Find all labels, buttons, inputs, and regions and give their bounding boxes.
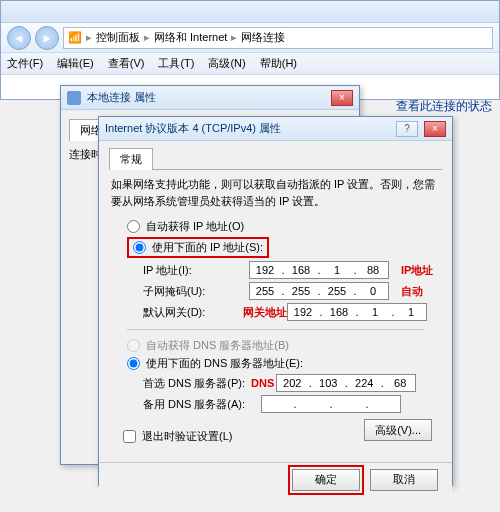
label-dns2: 备用 DNS 服务器(A):: [143, 397, 255, 412]
separator: [127, 329, 424, 330]
dialog1-title: 本地连接 属性: [87, 90, 325, 105]
tab-general[interactable]: 常规: [109, 148, 153, 170]
menu-tools[interactable]: 工具(T): [158, 56, 194, 71]
radio-manual-ip[interactable]: 使用下面的 IP 地址(S):: [127, 237, 442, 258]
status-link[interactable]: 查看此连接的状态: [396, 98, 492, 115]
radio-manual-ip-input[interactable]: [133, 241, 146, 254]
label-ip: IP 地址(I):: [143, 263, 243, 278]
dialog2-title: Internet 协议版本 4 (TCP/IPv4) 属性: [105, 121, 390, 136]
button-bar: 确定 取消: [99, 462, 452, 496]
annotation-dns: DNS: [251, 377, 274, 389]
nav-forward-button[interactable]: ►: [35, 26, 59, 50]
explorer-titlebar: [1, 1, 499, 23]
dialog1-titlebar[interactable]: 本地连接 属性 ×: [61, 86, 359, 110]
validate-checkbox-row[interactable]: 退出时验证设置(L): [123, 429, 232, 444]
advanced-button[interactable]: 高级(V)...: [364, 419, 432, 441]
crumb-2[interactable]: 网络和 Internet: [154, 30, 227, 45]
radio-manual-dns-input[interactable]: [127, 357, 140, 370]
menu-help[interactable]: 帮助(H): [260, 56, 297, 71]
dns2-input[interactable]: . . .: [261, 395, 401, 413]
nav-back-button[interactable]: ◄: [7, 26, 31, 50]
radio-auto-dns-input: [127, 339, 140, 352]
menu-file[interactable]: 文件(F): [7, 56, 43, 71]
annotation-auto: 自动: [401, 284, 423, 299]
radio-auto-ip-input[interactable]: [127, 220, 140, 233]
help-icon[interactable]: ?: [396, 121, 418, 137]
menu-bar: 文件(F) 编辑(E) 查看(V) 工具(T) 高级(N) 帮助(H): [1, 53, 499, 75]
ok-button[interactable]: 确定: [292, 469, 360, 491]
radio-auto-ip[interactable]: 自动获得 IP 地址(O): [127, 219, 442, 234]
label-gateway: 默认网关(D):: [143, 305, 243, 320]
radio-manual-dns[interactable]: 使用下面的 DNS 服务器地址(E):: [127, 356, 442, 371]
radio-auto-dns: 自动获得 DNS 服务器地址(B): [127, 338, 442, 353]
close-icon[interactable]: ×: [424, 121, 446, 137]
annotation-ip: IP地址: [401, 263, 433, 278]
ip-address-input[interactable]: 192. 168. 1. 88: [249, 261, 389, 279]
menu-edit[interactable]: 编辑(E): [57, 56, 94, 71]
dns1-input[interactable]: 202. 103. 224. 68: [276, 374, 416, 392]
radio-auto-dns-label: 自动获得 DNS 服务器地址(B): [146, 338, 289, 353]
label-mask: 子网掩码(U):: [143, 284, 243, 299]
radio-manual-ip-label: 使用下面的 IP 地址(S):: [152, 240, 263, 255]
intro-text: 如果网络支持此功能，则可以获取自动指派的 IP 设置。否则，您需要从网络系统管理…: [111, 176, 440, 209]
dns-group: 自动获得 DNS 服务器地址(B) 使用下面的 DNS 服务器地址(E): 首选…: [109, 338, 442, 413]
ip-group: 自动获得 IP 地址(O) 使用下面的 IP 地址(S): IP 地址(I): …: [109, 219, 442, 321]
radio-manual-dns-label: 使用下面的 DNS 服务器地址(E):: [146, 356, 303, 371]
close-icon[interactable]: ×: [331, 90, 353, 106]
validate-checkbox[interactable]: [123, 430, 136, 443]
subnet-mask-input[interactable]: 255. 255. 255. 0: [249, 282, 389, 300]
dialog2-titlebar[interactable]: Internet 协议版本 4 (TCP/IPv4) 属性 ? ×: [99, 117, 452, 141]
menu-view[interactable]: 查看(V): [108, 56, 145, 71]
breadcrumb[interactable]: 📶 ▸ 控制面板 ▸ 网络和 Internet ▸ 网络连接: [63, 27, 493, 49]
annotation-gateway: 网关地址: [243, 305, 287, 320]
folder-icon: 📶: [68, 31, 82, 44]
menu-advanced[interactable]: 高级(N): [208, 56, 245, 71]
address-bar: ◄ ► 📶 ▸ 控制面板 ▸ 网络和 Internet ▸ 网络连接: [1, 23, 499, 53]
validate-label: 退出时验证设置(L): [142, 429, 232, 444]
gateway-input[interactable]: 192. 168. 1. 1: [287, 303, 427, 321]
ipv4-properties-dialog: Internet 协议版本 4 (TCP/IPv4) 属性 ? × 常规 如果网…: [98, 116, 453, 486]
radio-auto-ip-label: 自动获得 IP 地址(O): [146, 219, 244, 234]
cancel-button[interactable]: 取消: [370, 469, 438, 491]
network-icon: [67, 91, 81, 105]
label-dns1: 首选 DNS 服务器(P):: [143, 376, 255, 391]
crumb-3[interactable]: 网络连接: [241, 30, 285, 45]
crumb-1[interactable]: 控制面板: [96, 30, 140, 45]
